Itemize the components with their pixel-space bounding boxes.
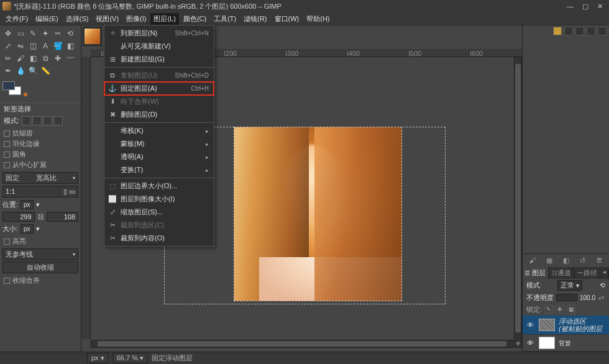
dock-tab-4[interactable] <box>587 27 595 35</box>
menu-new-group[interactable]: ⊞新建图层组(G) <box>104 53 214 66</box>
shrink-merge-check[interactable] <box>4 278 10 284</box>
menu-transform[interactable]: 变换(T)▸ <box>104 163 214 176</box>
rotate-tool[interactable]: ⟲ <box>65 28 76 39</box>
layers-menu-button[interactable]: ◂ <box>600 267 609 279</box>
layer-background[interactable]: 👁 背景 <box>523 335 609 352</box>
text-tool[interactable]: A <box>40 40 51 52</box>
guides-combo[interactable]: 无参考线▾ <box>2 248 78 260</box>
dock-tab-5[interactable] <box>598 27 607 35</box>
menu-edit[interactable]: 编辑(E) <box>32 13 62 25</box>
paths-tab[interactable]: 〜路径 <box>574 267 600 279</box>
link-icon[interactable]: ⛓ <box>37 213 44 221</box>
zoom-tool[interactable]: 🔍 <box>27 65 39 76</box>
rect-select-tool[interactable]: ▭ <box>15 28 26 39</box>
menu-delete-layer[interactable]: ✖删除图层(D) <box>104 108 214 121</box>
menu-layer[interactable]: 图层(L) <box>150 13 178 25</box>
menu-help[interactable]: 帮助(H) <box>303 13 332 25</box>
bucket-tool[interactable]: 🪣 <box>52 40 63 52</box>
foreground-color[interactable] <box>2 81 15 90</box>
history-icon[interactable]: ↺ <box>580 257 585 265</box>
menu-file[interactable]: 文件(F) <box>2 13 31 25</box>
close-button[interactable]: ✕ <box>597 2 603 11</box>
color-picker-tool[interactable]: 💧 <box>15 65 26 76</box>
mode-replace[interactable] <box>22 116 31 125</box>
vertical-scrollbar[interactable] <box>514 57 522 339</box>
fuzzy-select-tool[interactable]: ✦ <box>40 28 51 39</box>
brush-tool[interactable]: 🖌 <box>15 53 26 64</box>
menu-image[interactable]: 图像(I) <box>123 13 149 25</box>
opacity-spin[interactable]: ▴▾ <box>598 294 605 301</box>
menu-tools[interactable]: 工具(T) <box>211 13 239 25</box>
menu-windows[interactable]: 窗口(W) <box>272 13 303 25</box>
move-tool[interactable]: ✥ <box>2 28 14 39</box>
scale-tool[interactable]: ⤢ <box>2 40 14 52</box>
menu-layer-to-image[interactable]: ⬜图层到图像大小(I) <box>104 193 214 206</box>
brush-editor-icon[interactable]: 🖌 <box>529 257 536 265</box>
menu-stack[interactable]: 堆栈(K)▸ <box>104 124 214 137</box>
smudge-tool[interactable]: 〰 <box>65 53 76 64</box>
highlight-check[interactable] <box>4 239 10 245</box>
path-tool[interactable]: ✒ <box>2 65 14 76</box>
free-select-tool[interactable]: ✎ <box>27 28 39 39</box>
dock-tab-2[interactable] <box>564 27 573 35</box>
feather-check[interactable] <box>4 141 10 147</box>
minimize-button[interactable]: — <box>567 2 574 11</box>
perspective-tool[interactable]: ◫ <box>27 40 39 52</box>
document-icon[interactable]: 🖹 <box>596 257 603 265</box>
mode-subtract[interactable] <box>43 116 52 125</box>
measure-tool[interactable]: 📏 <box>40 65 51 76</box>
visibility-toggle[interactable]: 👁 <box>525 321 535 329</box>
pos-y-field[interactable]: 108 <box>47 212 79 222</box>
heal-tool[interactable]: ✚ <box>52 53 63 64</box>
position-unit[interactable]: px <box>21 200 34 209</box>
menu-anchor-layer[interactable]: ⚓固定图层(A)Ctrl+H <box>104 82 214 95</box>
visibility-toggle[interactable]: 👁 <box>525 339 535 347</box>
rounded-check[interactable] <box>4 152 10 158</box>
menu-filters[interactable]: 滤镜(R) <box>240 13 270 25</box>
ratio-orientation[interactable]: ▯ ▭ <box>63 188 75 196</box>
nav-preview-button[interactable]: ✥ <box>514 340 522 348</box>
menu-transparency[interactable]: 透明(A)▸ <box>104 150 214 163</box>
fixed-combo[interactable]: 固定 宽高比▾ <box>2 172 78 184</box>
mode-add[interactable] <box>32 116 42 125</box>
layer-floating-selection[interactable]: 👁 浮动选区(被粘贴的图层 <box>523 316 609 335</box>
menu-view[interactable]: 视图(V) <box>93 13 122 25</box>
horizontal-scrollbar[interactable] <box>91 340 513 348</box>
size-unit[interactable]: px <box>21 224 34 234</box>
menu-new-layer[interactable]: ✧到新图层(N)Shift+Ctrl+N <box>104 27 214 40</box>
layers-tab[interactable]: ☰ 图层 <box>523 267 549 279</box>
eraser-tool[interactable]: ◧ <box>27 53 39 64</box>
status-unit[interactable]: px ▾ <box>87 353 109 363</box>
lock-pixels[interactable]: ✎ <box>544 305 553 314</box>
pasted-image[interactable] <box>234 127 402 301</box>
menu-select[interactable]: 选择(S) <box>63 13 92 25</box>
ratio-field[interactable]: 1:1 ▯ ▭ <box>2 186 78 198</box>
opacity-slider[interactable] <box>556 294 577 301</box>
gradient-editor-icon[interactable]: ◧ <box>563 257 569 265</box>
image-tab-1[interactable] <box>83 27 102 46</box>
dock-tab-1[interactable] <box>553 27 562 35</box>
blend-mode-combo[interactable]: 正常 ▾ <box>557 280 582 291</box>
lock-position[interactable]: ✥ <box>556 305 564 314</box>
channels-tab[interactable]: ☷通道 <box>549 267 575 279</box>
ruler-vertical[interactable] <box>81 57 91 339</box>
lock-alpha[interactable]: ▦ <box>567 305 575 314</box>
menu-from-visible[interactable]: 从可见项新建(V) <box>104 40 214 53</box>
status-zoom[interactable]: 66.7 % ▾ <box>112 353 148 363</box>
crop-tool[interactable]: ✂ <box>52 28 63 39</box>
maximize-button[interactable]: ▢ <box>582 2 588 11</box>
color-swatch[interactable] <box>0 79 81 101</box>
menu-crop-content[interactable]: ✂裁剪到内容(O) <box>104 232 214 245</box>
menu-boundary-size[interactable]: ⬚图层边界大小(O)... <box>104 180 214 193</box>
antialias-check[interactable] <box>4 130 10 137</box>
gradient-tool[interactable]: ◧ <box>65 40 76 52</box>
clone-tool[interactable]: ⧉ <box>40 53 51 64</box>
menu-mask[interactable]: 蒙板(M)▸ <box>104 137 214 150</box>
dock-tab-3[interactable] <box>575 27 584 35</box>
autoshrink-button[interactable]: 自动收缩 <box>2 262 78 273</box>
menu-color[interactable]: 颜色(C) <box>180 13 209 25</box>
pos-x-field[interactable]: 299 <box>2 212 35 222</box>
expand-check[interactable] <box>4 162 10 168</box>
mode-intersect[interactable] <box>53 116 63 125</box>
pattern-editor-icon[interactable]: ▦ <box>546 257 552 265</box>
